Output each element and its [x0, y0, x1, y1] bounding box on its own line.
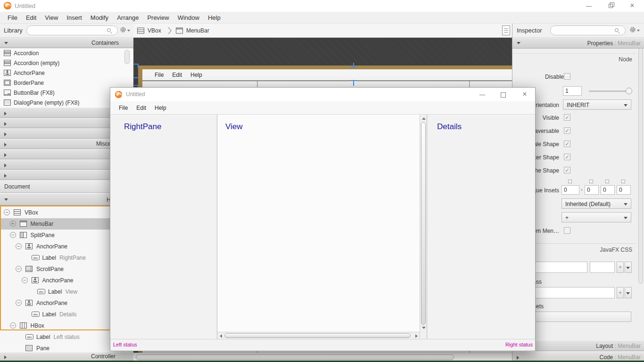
preview-title-bar[interactable]: Untitled ×	[110, 88, 535, 101]
effect-dropdown[interactable]: +	[561, 212, 631, 222]
section-controller-label: Controller	[91, 353, 116, 360]
menu-help[interactable]: Help	[150, 101, 171, 114]
cache-shape-checkbox[interactable]: ✓	[564, 167, 570, 173]
scrollbar-thumb[interactable]	[224, 333, 411, 338]
collapse-toggle-icon[interactable]: −	[16, 243, 22, 249]
menu-view[interactable]: View	[41, 12, 62, 24]
scroll-right-icon[interactable]	[415, 334, 418, 338]
scrollpane-icon	[25, 266, 33, 272]
preview-close-button[interactable]: ×	[517, 89, 533, 100]
node-orientation-dropdown[interactable]: INHERIT	[563, 99, 631, 110]
opacity-field[interactable]: 1	[563, 86, 582, 96]
opacity-slider[interactable]	[589, 90, 631, 92]
style-class-add-button[interactable]: +	[617, 287, 624, 298]
menu-preview[interactable]: Preview	[143, 12, 173, 24]
menu-file[interactable]: File	[150, 69, 168, 80]
title-bar[interactable]: Untitled ×	[0, 0, 644, 12]
preview-content: RightPane View Details	[110, 115, 535, 339]
opaque-insets-right-field[interactable]: 0	[585, 185, 599, 195]
collapse-toggle-icon[interactable]: −	[10, 232, 16, 238]
inspector-header: Inspector	[512, 24, 644, 38]
menu-edit[interactable]: Edit	[132, 101, 150, 114]
collapse-toggle-icon[interactable]: −	[4, 209, 10, 215]
vbox-icon	[137, 27, 144, 34]
library-settings-button[interactable]	[120, 26, 130, 34]
preview-window[interactable]: Untitled × FileEditHelp RightPane View D…	[110, 87, 536, 351]
opaque-insets-left-field[interactable]: 0	[617, 185, 631, 195]
scrollbar-thumb[interactable]	[421, 122, 426, 325]
library-item-accordion-empty[interactable]: Accordion (empty)	[0, 58, 133, 68]
menu-help[interactable]: Help	[204, 12, 225, 24]
insets-link-toggle[interactable]	[589, 180, 593, 183]
use-system-menu-bar-checkbox[interactable]	[564, 227, 570, 234]
library-item-anchorpane[interactable]: AnchorPane	[0, 68, 133, 78]
collapse-toggle-icon[interactable]: −	[16, 300, 22, 306]
library-item-borderpane[interactable]: BorderPane	[0, 78, 133, 88]
menubar-icon	[20, 221, 27, 227]
expand-toggle-icon[interactable]: +	[10, 221, 16, 227]
library-item-accordion[interactable]: Accordion	[0, 49, 133, 58]
inspector-scrollbar[interactable]	[638, 48, 643, 284]
scrollbar-thumb[interactable]	[136, 354, 454, 360]
collapse-toggle-icon[interactable]: −	[16, 266, 22, 272]
collapse-toggle-icon[interactable]: −	[22, 277, 28, 283]
search-icon	[615, 28, 619, 32]
library-search-input[interactable]	[26, 25, 118, 35]
scroll-up-icon[interactable]	[422, 117, 426, 120]
scroll-left-icon[interactable]	[220, 334, 222, 338]
opaque-insets-bottom-field[interactable]: 0	[601, 185, 615, 195]
disable-checkbox[interactable]	[564, 73, 570, 80]
selection-handle[interactable]	[134, 77, 139, 78]
label-icon: abc	[25, 334, 33, 340]
preview-maximize-button[interactable]	[501, 92, 506, 98]
selection-handle[interactable]	[353, 81, 354, 86]
library-item-label: Accordion	[14, 50, 39, 57]
menu-help[interactable]: Help	[186, 69, 206, 80]
minimize-button[interactable]	[581, 0, 597, 12]
section-properties[interactable]: Properties : MenuBar	[512, 38, 644, 49]
menu-edit[interactable]: Edit	[168, 69, 186, 80]
style-add-button[interactable]: +	[617, 262, 624, 273]
cursor-dropdown[interactable]: Inherited (Default)	[561, 198, 631, 209]
breadcrumb-item-menubar[interactable]: MenuBar	[186, 27, 209, 34]
breadcrumb-item-vbox[interactable]: VBox	[148, 27, 161, 34]
scroll-down-icon[interactable]	[422, 327, 426, 329]
preview-horizontal-scrollbar[interactable]	[217, 332, 420, 339]
style-class-menu-button[interactable]	[625, 287, 632, 298]
opacity-slider-thumb[interactable]	[626, 88, 632, 94]
preview-menubar[interactable]: FileEditHelp	[110, 101, 535, 115]
inspector-settings-button[interactable]	[629, 26, 640, 34]
insets-link-toggle[interactable]	[621, 180, 625, 183]
focus-traversable-checkbox[interactable]: ✓	[564, 127, 570, 134]
menu-insert[interactable]: Insert	[62, 12, 86, 24]
insets-link-toggle[interactable]	[605, 180, 609, 183]
menu-file[interactable]: File	[3, 12, 22, 24]
close-button[interactable]: ×	[624, 0, 640, 12]
menu-edit[interactable]: Edit	[22, 12, 41, 24]
opaque-insets-top-field[interactable]: 0	[561, 185, 579, 195]
style-menu-button[interactable]	[625, 262, 632, 273]
design-menubar[interactable]: FileEditHelp	[142, 69, 512, 81]
visible-checkbox[interactable]: ✓	[564, 114, 570, 121]
menu-modify[interactable]: Modify	[86, 12, 113, 24]
document-icon[interactable]	[502, 25, 510, 35]
expand-triangle-icon	[4, 112, 7, 115]
preview-vertical-scrollbar[interactable]	[420, 115, 427, 339]
section-containers-label: Containers	[91, 40, 119, 46]
selection-handle[interactable]	[350, 67, 357, 68]
menu-arrange[interactable]: Arrange	[113, 12, 143, 24]
inspector-search-input[interactable]	[550, 25, 626, 35]
hierarchy-row-label: AnchorPane	[36, 243, 67, 250]
preview-minimize-button[interactable]	[474, 89, 490, 100]
style-value-field[interactable]	[590, 262, 615, 273]
insets-link-toggle[interactable]	[568, 180, 572, 183]
restore-button[interactable]	[603, 0, 619, 12]
menu-window[interactable]: Window	[173, 12, 204, 24]
selection-handle[interactable]	[138, 64, 139, 68]
scale-shape-checkbox[interactable]: ✓	[564, 140, 570, 147]
menu-file[interactable]: File	[115, 101, 132, 114]
collapse-toggle-icon[interactable]: −	[10, 322, 16, 329]
section-controller[interactable]: Controller	[0, 352, 133, 361]
section-containers[interactable]: Containers	[0, 38, 133, 48]
center-shape-checkbox[interactable]: ✓	[564, 154, 570, 160]
